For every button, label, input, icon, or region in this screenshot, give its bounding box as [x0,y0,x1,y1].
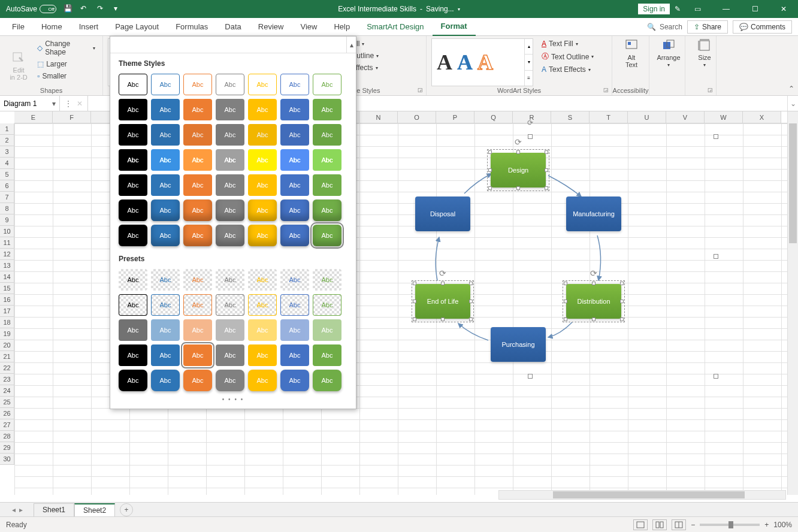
signin-button[interactable]: Sign in [638,4,670,14]
smartart-node-distribution[interactable]: Distribution⟳ [566,284,621,319]
theme-style-swatch[interactable]: Abc [248,99,277,120]
theme-style-swatch[interactable]: Abc [216,225,244,246]
node-resize-handle[interactable] [545,168,548,172]
row-header[interactable]: 4 [0,158,14,169]
tab-view[interactable]: View [292,18,325,36]
column-header[interactable]: N [359,111,398,123]
theme-style-swatch[interactable]: Abc [313,174,341,196]
node-resize-handle[interactable] [413,300,416,303]
node-resize-handle[interactable] [545,186,548,190]
zoom-slider[interactable] [700,524,760,526]
smartart-node-disposal[interactable]: Disposal [415,197,470,231]
wordart-sample-2[interactable]: A [457,50,473,75]
row-header[interactable]: 24 [0,385,14,397]
node-resize-handle[interactable] [441,282,445,285]
theme-style-swatch[interactable]: Abc [183,149,212,171]
node-resize-handle[interactable] [469,300,473,303]
tab-formulas[interactable]: Formulas [167,18,216,36]
cancel-formula-icon[interactable]: ✕ [77,99,83,108]
theme-style-swatch[interactable]: Abc [280,225,309,246]
theme-style-swatch[interactable]: Abc [119,225,147,246]
theme-style-swatch[interactable]: Abc [183,200,212,221]
rotate-handle-icon[interactable]: ⟳ [527,119,533,127]
row-header[interactable]: 18 [0,317,14,328]
wordart-down-button[interactable]: ▾ [525,54,533,69]
gallery-resize-grip[interactable]: • • • • [110,394,356,403]
collapse-ribbon-button[interactable]: ⌃ [788,84,794,93]
vertical-scrollbar[interactable] [787,111,798,495]
node-resize-handle[interactable] [545,150,548,154]
theme-style-swatch[interactable]: Abc [280,174,309,196]
column-header[interactable]: P [436,111,474,123]
preset-style-swatch[interactable]: Abc [216,294,244,316]
preset-style-swatch[interactable]: Abc [151,344,180,366]
node-resize-handle[interactable] [488,186,492,190]
node-resize-handle[interactable] [620,282,624,285]
preset-style-swatch[interactable]: Abc [151,319,180,341]
row-header[interactable]: 30 [0,454,14,465]
name-box[interactable]: ▾ [0,96,60,111]
theme-style-swatch[interactable]: Abc [313,225,341,246]
alt-text-button[interactable]: Alt Text [617,38,646,68]
theme-style-swatch[interactable]: Abc [183,99,212,120]
theme-style-swatch[interactable]: Abc [183,124,212,146]
minimize-button[interactable]: — [714,0,738,18]
theme-style-swatch[interactable]: Abc [119,74,147,95]
tab-page-layout[interactable]: Page Layout [107,18,167,36]
wordart-up-button[interactable]: ▴ [525,39,533,54]
zoom-out-button[interactable]: − [691,521,695,529]
node-rotate-handle-icon[interactable]: ⟳ [439,268,446,278]
node-resize-handle[interactable] [564,318,567,321]
preset-style-swatch[interactable]: Abc [119,344,147,366]
row-header[interactable]: 17 [0,306,14,317]
undo-icon[interactable]: ↶ [80,4,90,14]
theme-style-swatch[interactable]: Abc [280,74,309,95]
scrollbar-thumb[interactable] [789,123,797,243]
column-header[interactable]: Q [474,111,513,123]
theme-style-swatch[interactable]: Abc [313,99,341,120]
preset-style-swatch[interactable]: Abc [248,319,277,341]
theme-style-swatch[interactable]: Abc [216,200,244,221]
row-header[interactable]: 7 [0,192,14,203]
preset-style-swatch[interactable]: Abc [248,370,277,391]
resize-handle[interactable] [528,134,533,139]
redo-icon[interactable]: ↷ [97,4,107,14]
preset-style-swatch[interactable]: Abc [151,370,180,391]
column-header[interactable]: F [53,111,91,123]
smartart-node-manufacturing[interactable]: Manufacturing [566,197,621,231]
row-header[interactable]: 8 [0,203,14,214]
theme-style-swatch[interactable]: Abc [248,200,277,221]
theme-style-swatch[interactable]: Abc [119,149,147,171]
node-resize-handle[interactable] [413,282,416,285]
text-fill-button[interactable]: AText Fill ▾ [539,38,596,49]
row-header[interactable]: 6 [0,180,14,192]
row-header[interactable]: 1 [0,123,14,135]
share-button[interactable]: ⇪ Share [687,20,728,34]
theme-style-swatch[interactable]: Abc [248,225,277,246]
tab-home[interactable]: Home [33,18,71,36]
preset-style-swatch[interactable]: Abc [216,319,244,341]
node-resize-handle[interactable] [564,300,567,303]
node-resize-handle[interactable] [620,318,624,321]
column-header[interactable]: X [743,111,781,123]
preset-style-swatch[interactable]: Abc [183,294,212,316]
smaller-button[interactable]: ▫Smaller [35,71,98,81]
maximize-button[interactable]: ☐ [743,0,767,18]
row-header[interactable]: 12 [0,249,14,260]
column-header[interactable]: U [628,111,666,123]
node-rotate-handle-icon[interactable]: ⟳ [515,137,522,147]
preset-style-swatch[interactable]: Abc [183,370,212,391]
gallery-collapse-button[interactable]: ▴ [346,37,356,53]
theme-style-swatch[interactable]: Abc [313,124,341,146]
node-resize-handle[interactable] [469,318,473,321]
theme-style-swatch[interactable]: Abc [280,149,309,171]
column-header[interactable]: W [705,111,743,123]
theme-style-swatch[interactable]: Abc [280,124,309,146]
page-layout-view-button[interactable] [652,519,667,530]
text-effects-button[interactable]: AText Effects ▾ [539,64,596,75]
page-break-view-button[interactable] [672,519,686,530]
preset-style-swatch[interactable]: Abc [119,319,147,341]
node-resize-handle[interactable] [592,282,596,285]
theme-style-swatch[interactable]: Abc [151,74,180,95]
expand-formula-bar-icon[interactable]: ⌄ [787,96,798,111]
